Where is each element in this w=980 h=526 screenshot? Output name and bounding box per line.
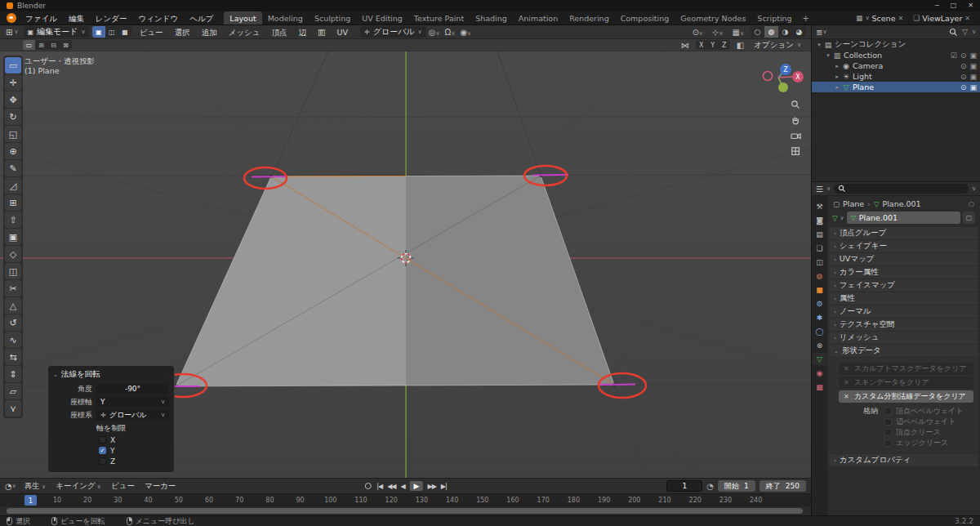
panel-頂点グループ[interactable]: ›頂点グループ [829,227,978,239]
field-dropdown[interactable]: Y∨ [96,397,169,408]
hide-eye-icon[interactable]: ⊙ [960,62,967,70]
menubar-item[interactable]: ファイル [20,11,63,25]
disable-render-icon[interactable]: ▣ [969,83,977,91]
geometry-data-panel-header[interactable]: ⌄ 形状データ [829,345,978,357]
custom-properties-panel[interactable]: › カスタムプロパティ [829,454,978,466]
proportional-edit-icon[interactable]: ◉∨ [457,28,474,37]
axis-checkbox-z[interactable] [99,457,106,465]
snap-magnet-icon[interactable]: Ω∨ [443,28,458,37]
exclude-checkbox[interactable]: ☑ [951,51,957,60]
operator-panel-header[interactable]: ⌄ 法線を回転 [53,369,169,380]
tab-modifiers[interactable]: ⚙ [812,297,827,310]
store-checkbox[interactable] [884,429,892,436]
workspace-tab[interactable]: Layout [224,11,261,25]
select-mode-extend-icon[interactable]: ⊞ [35,40,47,50]
jump-to-start-button[interactable]: |◀ [376,483,382,490]
wireframe-shading[interactable]: ○ [751,26,764,38]
play-button[interactable]: ▶ [410,481,423,491]
tool-transform[interactable]: ⊕ [5,143,21,159]
store-checkbox[interactable] [884,439,892,447]
frame-end-field[interactable]: 終了 250 [760,480,806,492]
axis-checkbox-x[interactable] [99,436,106,444]
mesh-name-field[interactable]: ▽ Plane.001 [847,212,960,224]
disclosure-icon[interactable]: ▸ [833,84,841,91]
tab-tool[interactable]: ⚒ [812,200,827,212]
tab-render[interactable]: ◙ [812,214,827,226]
outliner-row-Camera[interactable]: ▸◉Camera⊙▣ [812,60,980,71]
outliner-row-Collection[interactable]: ▾▥Collection☑⊙▣ [812,50,980,60]
tab-particles[interactable]: ✱ [812,311,827,323]
gizmo-y[interactable] [778,82,788,92]
mirror-x-toggle[interactable]: X [696,40,707,50]
viewport-menu[interactable]: ビュー [134,25,169,39]
toggle-projection-icon[interactable] [788,144,803,158]
panel-属性[interactable]: ›属性 [829,292,978,305]
tab-object-data[interactable]: ▽ [812,353,827,365]
filter-icon[interactable]: ▽ [962,28,968,36]
timeline-menu[interactable]: キーイング ∨ [51,481,106,492]
workspace-tab[interactable]: UV Editing [356,11,408,25]
outliner-row-Light[interactable]: ▸☀Light⊙▣ [812,71,980,82]
workspace-tab[interactable]: Sculpting [309,11,356,25]
tab-physics[interactable]: ◯ [812,325,827,337]
tool-loop-cut[interactable]: ◫ [5,263,21,279]
workspace-tab[interactable]: Compositing [615,11,675,25]
options-dropdown[interactable]: オプション ∨ [751,40,804,51]
scene-selector[interactable]: ▦ ∨ Scene ✕ [853,14,906,23]
tool-add-cube[interactable]: ⊞ [5,194,21,211]
disclosure-icon[interactable]: ▾ [824,52,832,59]
viewport-menu[interactable]: UV [332,25,354,39]
menubar-item[interactable]: ヘルプ [184,11,219,25]
viewlayer-selector[interactable]: ❏ ViewLayer ✕ [910,14,973,23]
snap-options-icon[interactable]: ◧ [734,41,746,50]
blender-logo-icon[interactable] [7,13,16,23]
timeline-ruler[interactable]: 1 10203040506070809010011012013014015016… [0,493,811,506]
breadcrumb-data[interactable]: Plane.001 [882,199,920,208]
edge-select-mode[interactable]: ◫ [105,26,118,38]
tool-knife[interactable]: ✂ [5,280,21,296]
close-button[interactable]: ✕ [968,0,973,11]
properties-editor-icon[interactable]: ☰ [816,185,823,194]
disclosure-icon[interactable]: ▾ [815,42,823,48]
search-icon[interactable] [949,28,958,37]
workspace-tab[interactable]: Geometry Nodes [675,11,751,25]
viewport-menu[interactable]: 選択 [169,25,196,39]
tool-measure[interactable]: ◿ [5,177,21,194]
fake-user-button[interactable]: ▢ [963,212,975,224]
tool-edge-slide[interactable]: ⇆ [5,349,21,365]
rendered-shading[interactable]: ◕ [792,26,806,38]
next-keyframe-button[interactable]: ▶▶ [428,483,436,490]
hide-eye-icon[interactable]: ⊙ [960,73,967,81]
tool-spin[interactable]: ↺ [5,314,21,331]
filter-icon[interactable]: ∨ [972,185,976,192]
gizmo-negative-x[interactable] [764,72,773,81]
tool-extrude[interactable]: ⇧ [5,212,21,228]
disclosure-icon[interactable]: ▸ [833,74,841,80]
tool-move[interactable]: ✥ [5,91,21,108]
tab-object[interactable]: ■ [812,283,827,296]
select-mode-subtract-icon[interactable]: ⊟ [47,40,60,50]
panel-UVマップ[interactable]: ›UVマップ [829,253,978,265]
tool-annotate[interactable]: ✎ [5,160,21,176]
workspace-tab[interactable]: Shading [470,11,513,25]
disable-render-icon[interactable]: ▣ [969,73,977,81]
tab-output[interactable]: ▤ [812,228,827,240]
tool-poly-build[interactable]: △ [5,297,21,314]
axis-checkbox-y[interactable]: ✓ [99,447,106,454]
menubar-item[interactable]: 編集 [63,11,90,25]
transform-orientation-dropdown[interactable]: ✛ グローバル ∨ [360,26,426,38]
scrollbar-thumb[interactable] [7,508,803,514]
field-dropdown[interactable]: ✛グローバル∨ [96,410,169,421]
tool-bevel[interactable]: ◇ [5,246,21,262]
tab-texture[interactable]: ▩ [812,381,827,393]
hide-eye-icon[interactable]: ⊙ [960,51,967,60]
tool-shrink-fatten[interactable]: ⇕ [5,366,21,382]
tab-material[interactable]: ◉ [812,367,827,379]
tool-cursor[interactable]: ✛ [5,74,21,91]
close-icon[interactable]: ✕ [964,15,970,22]
material-preview-shading[interactable]: ◑ [778,26,792,38]
clear-data-button[interactable]: ✕カスタム分割法線データをクリア [839,390,973,403]
maximize-button[interactable]: □ [951,0,957,11]
timeline-scrollbar[interactable] [0,506,811,515]
previous-keyframe-button[interactable]: ◀◀ [387,483,395,490]
